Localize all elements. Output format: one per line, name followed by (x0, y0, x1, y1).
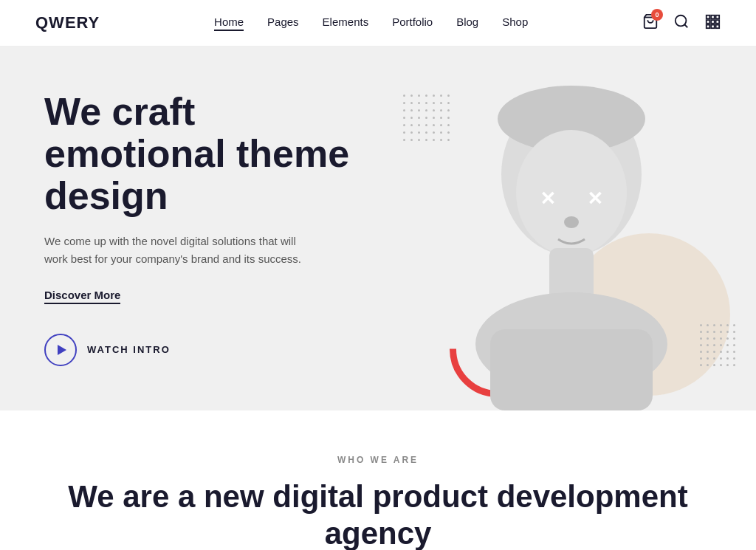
svg-point-1 (676, 16, 687, 27)
svg-point-14 (516, 130, 627, 255)
cart-badge: 0 (651, 9, 663, 21)
who-section-title: We are a new digital product development… (35, 478, 721, 550)
watch-intro-button[interactable]: Watch InTRO (44, 334, 378, 366)
nav-shop[interactable]: Shop (502, 16, 528, 31)
svg-text:✕: ✕ (587, 188, 603, 210)
cart-icon[interactable]: 0 (642, 13, 659, 32)
search-icon[interactable] (673, 13, 690, 32)
nav-portfolio[interactable]: Portfolio (392, 16, 433, 31)
svg-rect-8 (716, 20, 720, 24)
nav-home[interactable]: Home (214, 16, 244, 31)
svg-rect-11 (716, 25, 720, 29)
hero-subtitle: We come up with the novel digital soluti… (44, 233, 310, 268)
nav-blog[interactable]: Blog (456, 16, 478, 31)
hero-section: for(let i=0;i<49;i++) document.write('<d… (0, 47, 756, 410)
svg-line-2 (684, 24, 687, 27)
svg-rect-4 (711, 16, 715, 19)
svg-text:✕: ✕ (540, 188, 556, 210)
svg-rect-6 (707, 20, 710, 24)
svg-rect-7 (711, 20, 715, 24)
navbar: QWERY Home Pages Elements Portfolio Blog… (0, 0, 756, 47)
nav-pages[interactable]: Pages (267, 16, 299, 31)
nav-elements[interactable]: Elements (323, 16, 369, 31)
grid-icon[interactable] (704, 13, 721, 32)
logo[interactable]: QWERY (35, 13, 100, 32)
svg-rect-9 (707, 25, 710, 29)
svg-rect-5 (716, 16, 720, 19)
play-button[interactable] (44, 334, 77, 366)
discover-more-link[interactable]: Discover More (44, 289, 120, 304)
who-section-tag: WHO WE ARE (35, 455, 721, 465)
play-icon (58, 345, 66, 355)
deco-dots-right: for(let i=0;i<42;i++) document.write('<d… (700, 324, 735, 366)
svg-rect-17 (490, 329, 653, 410)
svg-point-20 (564, 216, 579, 228)
hero-content: We craft emotional theme design We come … (0, 47, 413, 410)
svg-rect-3 (707, 16, 710, 19)
svg-rect-10 (711, 25, 715, 29)
who-section: WHO WE ARE We are a new digital product … (0, 410, 756, 550)
nav-icons: 0 (642, 13, 721, 32)
hero-title: We craft emotional theme design (44, 91, 378, 218)
statue-image: ✕ ✕ (431, 54, 712, 410)
nav-links: Home Pages Elements Portfolio Blog Shop (214, 16, 528, 31)
watch-intro-label: Watch InTRO (87, 344, 171, 355)
